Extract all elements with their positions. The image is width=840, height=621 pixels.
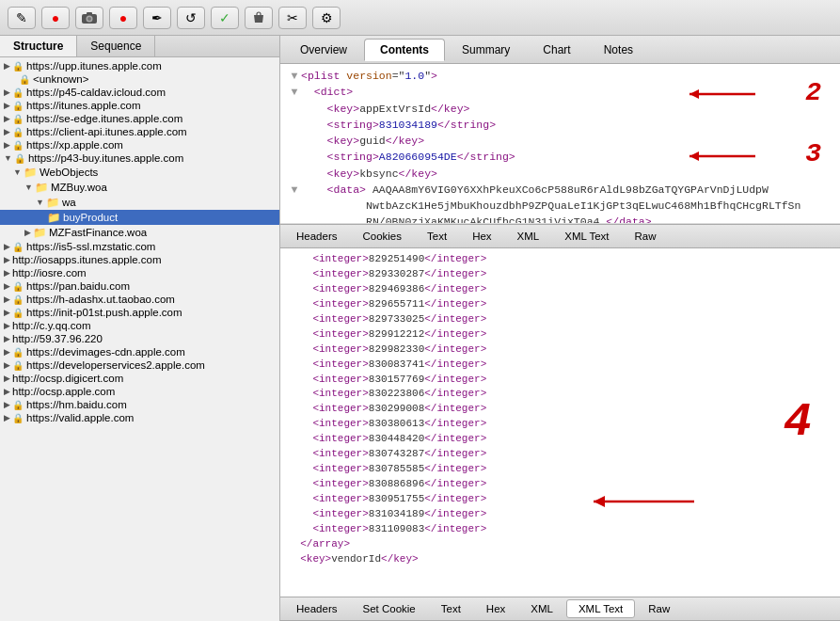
tree-label: https://itunes.apple.com [26,100,140,111]
lock-icon: 🔒 [12,127,24,137]
wrench-button[interactable]: ✂ [278,7,307,29]
list-item[interactable]: ▶ http://c.y.qq.com [0,319,279,332]
list-item[interactable]: ▼ 🔒 https://p43-buy.itunes.apple.com [0,151,279,165]
pointer-button[interactable]: ✎ [8,7,36,29]
list-item[interactable]: ▶ http://iosre.com [0,266,279,279]
tab-xml-text[interactable]: XML Text [552,227,621,246]
tab-hex[interactable]: Hex [460,227,503,246]
xml-integer-line: <integer>830743287</integer> [288,447,832,462]
left-tree: ▶ 🔒 https://upp.itunes.apple.com 🔒 <unkn… [0,57,279,621]
xml-integer-line: <integer>830380613</integer> [288,417,832,432]
list-item[interactable]: ▶ 🔒 https://hm.baidu.com [0,398,279,411]
pen-button[interactable]: ✒ [143,7,171,29]
list-item[interactable]: ▶ 🔒 https://p45-caldav.icloud.com [0,86,279,99]
tree-label: https://h-adashx.ut.taobao.com [26,294,175,305]
list-item[interactable]: ▶ http://ocsp.digicert.com [0,372,279,385]
folder-icon: 📁 [47,211,60,224]
tree-label: <unknown> [33,73,88,85]
record-button-1[interactable]: ● [41,7,70,29]
tab-chart[interactable]: Chart [527,39,586,61]
integer-content-area: <integer>829251490</integer> <integer>82… [280,248,840,597]
xml-line: <key>kbsync</key> [288,166,832,182]
list-item[interactable]: ▶ 🔒 https://init-p01st.push.apple.com [0,306,279,319]
xml-line: RN/0BN0zjXaKMKucAkCUfhcG1N31iVjxT0a4 </d… [288,214,832,224]
tree-label: https://upp.itunes.apple.com [26,60,162,72]
tree-label: WebObjects [40,167,98,178]
list-item[interactable]: ▼ 📁 WebObjects [0,165,279,180]
tab-structure[interactable]: Structure [0,36,77,56]
top-tab-bar: Overview Contents Summary Chart Notes [280,36,840,64]
folder-icon: 📁 [24,166,37,179]
xml-line: <string>A820660954DE</string> [288,149,832,165]
list-item[interactable]: ▶ 🔒 https://is5-ssl.mzstatic.com [0,240,279,253]
list-item[interactable]: ▶ 🔒 https://se-edge.itunes.apple.com [0,112,279,125]
xml-integer-line: <integer>829469386</integer> [288,282,832,297]
tab-raw-b[interactable]: Raw [636,599,682,618]
svg-rect-3 [87,12,92,15]
tree-label: buyProduct [63,212,118,223]
list-item[interactable]: ▼ 📁 MZBuy.woa [0,180,279,195]
list-item[interactable]: ▶ 🔒 https://developerservices2.apple.com [0,358,279,372]
tree-label: https://se-edge.itunes.apple.com [26,113,182,124]
lock-icon: 🔒 [12,308,24,318]
record-button-2[interactable]: ● [109,7,137,29]
tab-contents[interactable]: Contents [364,39,445,61]
list-item-buyproduct[interactable]: 📁 buyProduct [0,210,279,225]
xml-array-close: </array> [288,537,832,552]
xml-integer-line: <integer>830951755</integer> [288,492,832,507]
check-button[interactable]: ✓ [211,7,239,29]
lock-icon: 🔒 [12,61,24,72]
xml-line: <key>appExtVrsId</key> [288,101,832,117]
tab-setcookie[interactable]: Set Cookie [350,599,427,618]
xml-integer-line: <integer>830448420</integer> [288,432,832,447]
tab-headers[interactable]: Headers [284,227,349,246]
expand-marker[interactable]: ▼ [288,68,301,84]
list-item[interactable]: ▶ 🔒 https://xp.apple.com [0,138,279,151]
tab-headers-b[interactable]: Headers [284,599,349,618]
tab-cookies[interactable]: Cookies [350,227,414,246]
tab-raw[interactable]: Raw [623,227,669,246]
tab-sequence[interactable]: Sequence [77,36,155,56]
list-item[interactable]: ▶ 🔒 https://itunes.apple.com [0,99,279,112]
xml-line: ▼ <dict> [288,84,832,100]
xml-integer-line: <integer>829982330</integer> [288,342,832,358]
sub-tab-bar-bottom: Headers Set Cookie Text Hex XML XML Text… [280,597,840,621]
tab-summary[interactable]: Summary [446,39,526,61]
tab-xmltext-b[interactable]: XML Text [566,599,635,618]
xml-integer-line: <integer>829251490</integer> [288,252,832,267]
list-item[interactable]: ▶ http://iosapps.itunes.apple.com [0,253,279,266]
list-item[interactable]: 🔒 <unknown> [0,72,279,86]
tree-label: https://valid.apple.com [26,412,134,423]
refresh-button[interactable]: ↺ [177,7,205,29]
tab-xml-b[interactable]: XML [518,599,565,618]
list-item[interactable]: ▶ 🔒 https://client-api.itunes.apple.com [0,125,279,138]
gear-button[interactable]: ⚙ [312,7,341,29]
tab-xml[interactable]: XML [505,227,552,246]
lock-icon: 🔒 [12,140,24,151]
expand-marker[interactable]: ▼ [288,84,301,100]
list-item[interactable]: ▶ 🔒 https://pan.baidu.com [0,279,279,293]
tab-text[interactable]: Text [415,227,459,246]
list-item[interactable]: ▶ 📁 MZFastFinance.woa [0,225,279,240]
list-item[interactable]: ▼ 📁 wa [0,195,279,210]
tab-hex-b[interactable]: Hex [474,599,517,618]
tab-overview[interactable]: Overview [284,39,363,61]
list-item[interactable]: ▶ http://ocsp.apple.com [0,385,279,398]
xml-integer-line: <integer>829912212</integer> [288,327,832,342]
tab-text-b[interactable]: Text [429,599,473,618]
expand-arrow: ▶ [4,295,10,304]
bag-button[interactable] [245,7,273,29]
list-item[interactable]: ▶ 🔒 https://devimages-cdn.apple.com [0,345,279,358]
expand-marker[interactable]: ▼ [288,182,301,198]
list-item[interactable]: ▶ http://59.37.96.220 [0,332,279,345]
tab-notes[interactable]: Notes [588,39,649,61]
tree-label: https://p43-buy.itunes.apple.com [28,152,183,164]
list-item[interactable]: ▶ 🔒 https://h-adashx.ut.taobao.com [0,293,279,306]
list-item[interactable]: ▶ 🔒 https://upp.itunes.apple.com [0,59,279,72]
list-item[interactable]: ▶ 🔒 https://valid.apple.com [0,411,279,424]
xml-integer-line: <integer>829330287</integer> [288,267,832,282]
xml-integer-line: <integer>831034189</integer> [288,507,832,522]
expand-arrow: ▶ [4,88,10,97]
xml-integer-line: <integer>829733025</integer> [288,312,832,327]
camera-button[interactable] [75,7,103,29]
